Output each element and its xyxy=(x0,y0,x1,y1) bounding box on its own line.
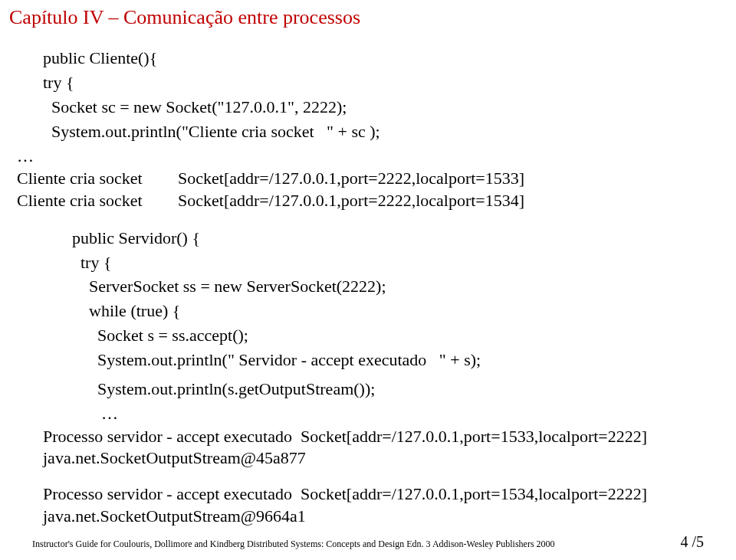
output-label: Cliente cria socket xyxy=(17,190,178,212)
ellipsis: … xyxy=(17,144,736,169)
output-block: Cliente cria socket Socket[addr=/127.0.0… xyxy=(17,168,736,211)
code-line: public Cliente(){ xyxy=(43,46,736,70)
code-line: Socket s = ss.accept(); xyxy=(72,323,736,348)
footer: Instructor's Guide for Coulouris, Dollim… xyxy=(32,533,704,551)
output-label: Cliente cria socket xyxy=(17,168,178,190)
main-content: public Cliente(){ try { Socket sc = new … xyxy=(0,46,736,527)
code-line: try { xyxy=(43,70,736,95)
output-block: Processo servidor - accept executado Soc… xyxy=(32,426,736,527)
code-line: Socket sc = new Socket("127.0.0.1", 2222… xyxy=(43,95,736,120)
page-title: Capítulo IV – Comunicação entre processo… xyxy=(0,0,736,46)
code-line: System.out.println(s.getOutputStream()); xyxy=(72,377,736,401)
code-line: System.out.println(" Servidor - accept e… xyxy=(72,348,736,372)
code-line: public Servidor() { xyxy=(72,226,736,251)
page-number: 4 /5 xyxy=(680,533,704,551)
output-value: Socket[addr=/127.0.0.1,port=2222,localpo… xyxy=(178,168,524,190)
output-line: java.net.SocketOutputStream@9664a1 xyxy=(43,506,736,528)
output-line: java.net.SocketOutputStream@45a877 xyxy=(43,447,736,470)
footer-reference: Instructor's Guide for Coulouris, Dollim… xyxy=(32,539,555,550)
output-line: Processo servidor - accept executado Soc… xyxy=(43,426,736,448)
code-line: System.out.println("Cliente cria socket … xyxy=(43,120,736,144)
code-line: while (true) { xyxy=(72,299,736,323)
ellipsis: … xyxy=(32,401,736,426)
code-line: try { xyxy=(72,251,736,275)
code-line: ServerSocket ss = new ServerSocket(2222)… xyxy=(72,274,736,299)
output-value: Socket[addr=/127.0.0.1,port=2222,localpo… xyxy=(178,190,524,212)
output-line: Processo servidor - accept executado Soc… xyxy=(43,483,736,506)
